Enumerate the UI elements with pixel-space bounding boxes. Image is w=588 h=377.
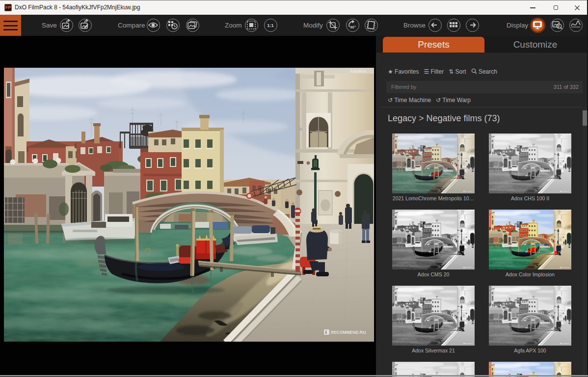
svg-text:1:1: 1:1 [267,23,274,28]
svg-text:90°: 90° [350,25,355,29]
